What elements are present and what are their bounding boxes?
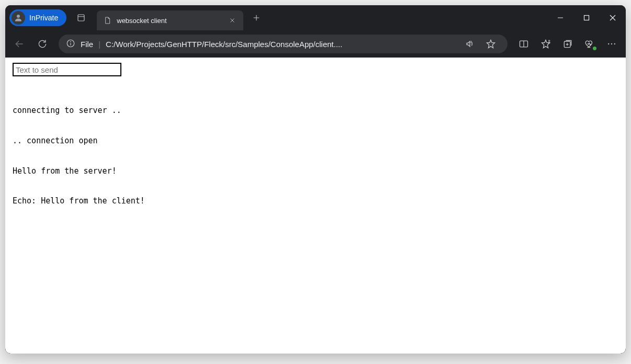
close-tab-button[interactable] [227,15,238,26]
url-path: C:/Work/Projects/GenHTTP/Fleck/src/Sampl… [106,40,455,49]
collections-button[interactable] [557,33,579,54]
split-screen-button[interactable] [513,33,535,54]
browser-tab[interactable]: websocket client [97,10,243,30]
svg-rect-8 [584,16,589,20]
svg-rect-1 [78,15,84,21]
window-controls [547,5,626,30]
tab-title: websocket client [117,17,221,25]
log-line: Hello from the server! [13,166,618,176]
window-close-button[interactable] [600,5,626,30]
browser-essentials-button[interactable] [579,33,601,54]
site-info-icon[interactable] [66,39,75,50]
inprivate-label: InPrivate [29,14,58,22]
svg-point-0 [17,15,20,18]
log-line: .. connection open [13,136,618,146]
page-icon [103,16,111,25]
svg-marker-16 [487,40,495,48]
svg-point-28 [614,43,615,44]
log-line: Echo: Hello from the client! [13,196,618,206]
inprivate-badge[interactable]: InPrivate [9,9,66,26]
minimize-button[interactable] [547,5,573,30]
page-content: connecting to server .. .. connection op… [5,58,626,354]
read-aloud-button[interactable]: A [460,35,479,53]
svg-point-27 [611,43,612,44]
settings-menu-button[interactable] [601,33,623,54]
back-button[interactable] [8,33,30,54]
refresh-button[interactable] [31,33,53,54]
svg-point-14 [71,41,71,42]
url-separator: | [98,40,100,49]
titlebar: InPrivate websocket client [5,5,626,30]
favorites-button[interactable] [535,33,557,54]
browser-window: InPrivate websocket client [5,5,626,354]
log-line: connecting to server .. [13,106,618,116]
url-scheme: File [81,40,93,49]
new-tab-button[interactable] [247,9,265,27]
workspaces-button[interactable] [71,9,92,27]
message-log: connecting to server .. .. connection op… [13,86,618,226]
address-bar[interactable]: File | C:/Work/Projects/GenHTTP/Fleck/sr… [59,35,508,53]
svg-marker-19 [542,40,550,48]
toolbar-right [513,33,623,54]
maximize-button[interactable] [573,5,600,30]
favorite-button[interactable] [481,35,500,53]
toolbar: File | C:/Work/Projects/GenHTTP/Fleck/sr… [5,30,626,58]
text-to-send-input[interactable] [13,63,121,76]
profile-avatar [12,11,25,25]
svg-text:A: A [470,40,472,43]
svg-point-26 [608,43,609,44]
